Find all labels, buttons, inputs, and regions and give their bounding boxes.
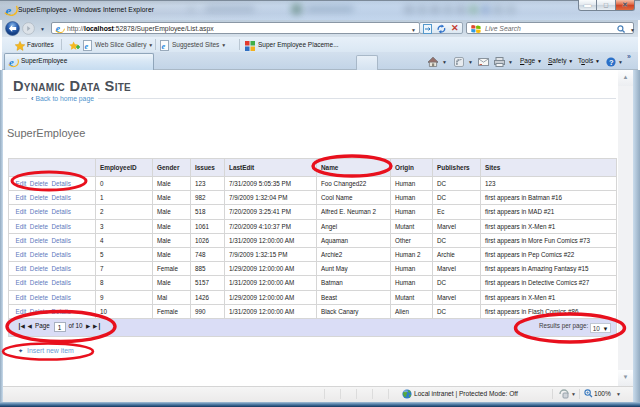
svg-text:?: ? bbox=[609, 58, 614, 67]
svg-text:e: e bbox=[84, 41, 88, 51]
svg-text:e: e bbox=[161, 41, 165, 51]
